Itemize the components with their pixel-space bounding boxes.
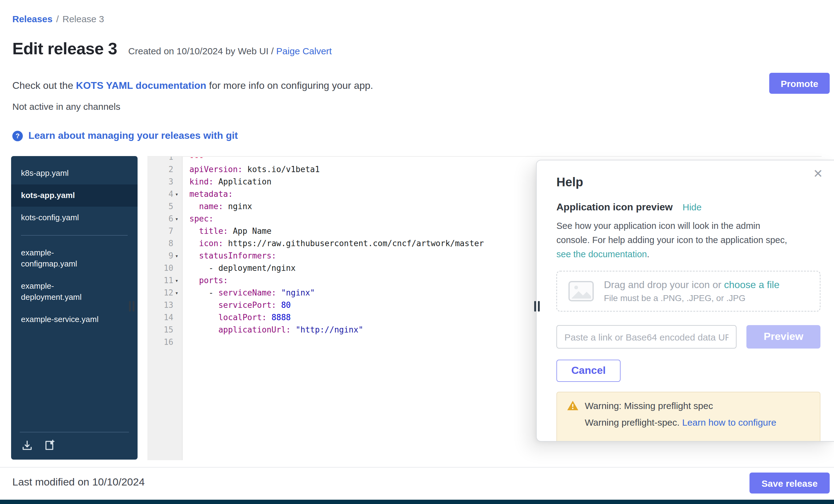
help-body-line2: console. For help adding your icon to th… [556,235,787,245]
breadcrumb: Releases/Release 3 [12,14,104,24]
gutter-line-number: 5 [148,200,182,213]
warning-triangle-icon [567,400,578,411]
image-placeholder-icon [568,281,594,302]
gutter-lines: 1234▾56▾789▾1011▾12▾13141516 [148,157,182,349]
warning-configure-link[interactable]: Learn how to configure [682,417,776,428]
fold-arrow-icon[interactable]: ▾ [173,213,180,225]
file-tree-item[interactable]: kots-app.yaml [11,184,137,207]
file-tree-item[interactable]: example-deployment.yaml [11,275,137,308]
code-token: - deployment/nginx [190,263,295,273]
file-tree-item[interactable]: k8s-app.yaml [11,162,137,184]
file-name: kots-config.yaml [21,212,79,223]
code-token: https://raw.githubusercontent.com/cncf/a… [223,239,484,248]
file-tree-item[interactable]: example-configmap.yaml [11,242,137,275]
gutter-line-number: 4▾ [148,188,182,200]
fold-arrow-icon[interactable]: ▾ [173,188,180,200]
kots-yaml-docs-link[interactable]: KOTS YAML documentation [76,80,206,91]
code-token [190,202,199,211]
cancel-button[interactable]: Cancel [556,360,620,382]
gutter-line-number: 10 [148,262,182,275]
editor-gutter: 1234▾56▾789▾1011▾12▾13141516 [148,157,182,460]
code-token: title: [199,226,228,236]
docs-line: Check out the KOTS YAML documentation fo… [12,80,373,91]
file-tree-item[interactable]: example-service.yaml [11,308,137,331]
code-token: statusInformers: [199,251,276,260]
help-panel: ✕ Help Application icon preview Hide See… [536,160,834,442]
help-body-suffix: . [647,249,649,259]
icon-dropzone[interactable]: Drag and drop your icon or choose a file… [556,271,820,311]
code-token: kots.io/v1beta1 [242,165,320,174]
dropzone-text: Drag and drop your icon or choose a file… [604,280,780,303]
warning-title: Warning: Missing preflight spec [585,400,713,411]
code-token [190,251,199,260]
code-token: applicationUrl: [218,325,291,334]
breadcrumb-releases-link[interactable]: Releases [12,14,52,24]
code-token: apiVersion: [190,165,242,174]
code-token: ports: [199,276,228,285]
gutter-line-number: 9▾ [148,250,182,262]
gutter-line-number: 7 [148,225,182,238]
save-release-button[interactable]: Save release [749,473,830,494]
close-icon[interactable]: ✕ [813,168,823,179]
code-token [190,226,199,236]
preview-button[interactable]: Preview [747,325,820,349]
promote-button[interactable]: Promote [769,73,830,94]
code-token: Application [214,177,271,186]
help-body-line1: See how your application icon will look … [556,221,760,231]
docs-prefix: Check out the [12,80,76,91]
file-tree-footer [20,432,129,460]
icon-url-row: Preview [556,325,820,349]
code-token: 8888 [267,313,291,322]
file-tree-bottom: example-configmap.yamlexample-deployment… [11,242,137,331]
fold-arrow-icon[interactable]: ▾ [173,275,180,287]
author-link[interactable]: Paige Calvert [276,46,332,56]
code-token: localPort: [218,313,267,322]
tree-editor-resize-handle[interactable] [129,301,134,311]
fold-arrow-icon[interactable]: ▾ [173,287,180,299]
created-prefix: Created on 10/10/2024 by Web UI / [128,46,276,56]
code-token [190,239,199,248]
help-body-text: See how your application icon will look … [556,219,818,262]
code-token [190,325,218,334]
file-tree: k8s-app.yamlkots-app.yamlkots-config.yam… [11,156,137,460]
gutter-line-number: 15 [148,324,182,336]
fold-arrow-icon[interactable]: ▾ [173,250,180,262]
code-token: "nginx" [276,288,315,297]
see-documentation-link[interactable]: see the documentation [556,249,647,259]
file-tree-item[interactable]: kots-config.yaml [11,207,137,229]
file-tree-divider [21,235,128,236]
code-token: App Name [228,226,271,236]
new-file-icon[interactable] [43,439,56,452]
icon-url-input[interactable] [556,325,737,349]
code-token: nginx [223,202,252,211]
import-file-icon[interactable] [21,439,33,452]
code-token: servicePort: [218,301,276,310]
choose-file-link[interactable]: choose a file [724,280,780,290]
warning-detail: Warning preflight-spec. Learn how to con… [585,417,810,428]
docs-suffix: for more info on configuring your app. [206,80,373,91]
icon-preview-section-header: Application icon preview Hide [556,202,820,213]
breadcrumb-current: Release 3 [62,14,104,24]
code-token: spec: [190,214,214,223]
dropzone-prefix: Drag and drop your icon or [604,280,724,290]
file-name: example-configmap.yaml [21,247,103,269]
editor-panel-resize-handle[interactable] [534,301,540,311]
code-token: name: [199,202,223,211]
gutter-line-number: 8 [148,238,182,250]
git-help-link[interactable]: Learn about managing your releases with … [28,130,238,141]
hide-link[interactable]: Hide [683,202,702,212]
code-token [190,313,218,322]
gutter-line-number: 6▾ [148,213,182,225]
dropzone-subtext: File must be a .PNG, .JPEG, or .JPG [604,293,780,303]
footer-divider [0,467,834,467]
code-token: serviceName: [218,288,276,297]
code-token: metadata: [190,190,233,199]
code-token: 80 [276,301,291,310]
git-help-row[interactable]: ? Learn about managing your releases wit… [12,130,238,141]
page-title: Edit release 3 [12,40,117,59]
question-circle-icon: ? [12,130,23,141]
created-info: Created on 10/10/2024 by Web UI / Paige … [128,46,332,56]
help-title: Help [556,175,820,190]
file-name: example-deployment.yaml [21,281,103,303]
gutter-line-number: 14 [148,311,182,324]
